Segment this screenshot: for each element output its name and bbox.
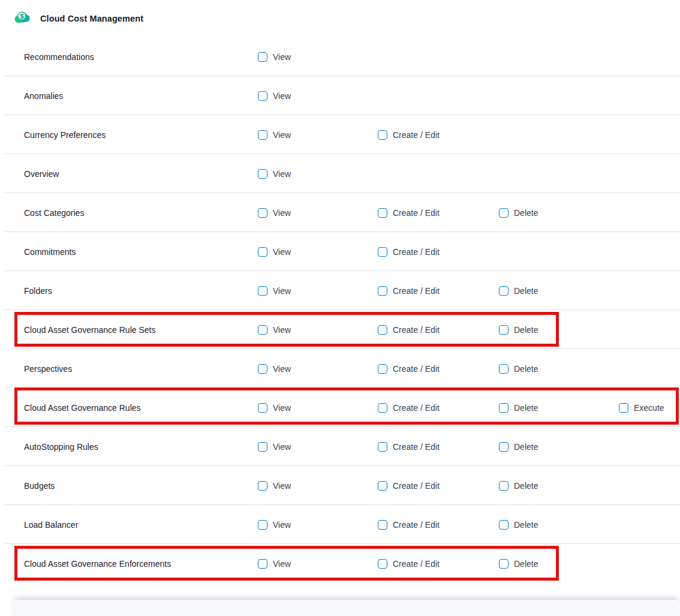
checkbox-unchecked[interactable] [499, 520, 509, 530]
permission-label[interactable]: View [273, 91, 291, 101]
permission-cell: View [258, 208, 291, 218]
permission-label[interactable]: Delete [514, 442, 538, 452]
checkbox-unchecked[interactable] [258, 52, 267, 62]
permission-row: Recommendations View [0, 37, 680, 76]
permission-cell: View [258, 91, 291, 101]
permission-label[interactable]: View [273, 442, 291, 452]
permission-label[interactable]: Delete [514, 481, 538, 491]
checkbox-unchecked[interactable] [499, 208, 509, 218]
permission-label[interactable]: Execute [634, 403, 664, 413]
checkbox-unchecked[interactable] [378, 481, 387, 491]
checkbox-unchecked[interactable] [499, 403, 509, 413]
cloud-dollar-icon: $ [13, 8, 31, 26]
checkbox-unchecked[interactable] [258, 91, 267, 101]
permission-label[interactable]: View [273, 325, 291, 335]
checkbox-unchecked[interactable] [499, 481, 509, 491]
permission-label[interactable]: Create / Edit [393, 247, 440, 257]
permission-label[interactable]: Delete [514, 559, 538, 569]
checkbox-unchecked[interactable] [378, 247, 387, 257]
permission-cell: View [258, 52, 291, 62]
permission-label[interactable]: View [273, 52, 291, 62]
resource-label: Perspectives [24, 364, 72, 374]
permission-cell: Create / Edit [378, 325, 440, 335]
permission-label[interactable]: View [273, 247, 291, 257]
permission-label[interactable]: View [273, 403, 291, 413]
permission-label[interactable]: Create / Edit [393, 286, 440, 296]
checkbox-unchecked[interactable] [378, 286, 387, 296]
permission-cell: Delete [499, 208, 538, 218]
permission-label[interactable]: Delete [514, 520, 538, 530]
permission-label[interactable]: View [273, 169, 291, 179]
next-section-bar[interactable] [12, 600, 680, 616]
checkbox-unchecked[interactable] [258, 481, 267, 491]
checkbox-unchecked[interactable] [258, 286, 267, 296]
permission-label[interactable]: Delete [514, 403, 538, 413]
checkbox-unchecked[interactable] [499, 442, 509, 452]
checkbox-unchecked[interactable] [378, 130, 387, 140]
permission-label[interactable]: Create / Edit [393, 520, 440, 530]
checkbox-unchecked[interactable] [258, 559, 267, 569]
permission-label[interactable]: Create / Edit [393, 442, 440, 452]
resource-label: Commitments [24, 247, 76, 257]
resource-label: AutoStopping Rules [24, 442, 98, 452]
permission-cell: View [258, 403, 291, 413]
permission-label[interactable]: View [273, 520, 291, 530]
permission-row: Load Balancer View Create / Edit Delete [0, 505, 680, 544]
checkbox-unchecked[interactable] [619, 403, 628, 413]
permission-cell: View [258, 520, 291, 530]
permission-label[interactable]: Delete [514, 325, 538, 335]
checkbox-unchecked[interactable] [499, 364, 509, 374]
checkbox-unchecked[interactable] [499, 559, 509, 569]
permission-label[interactable]: View [273, 286, 291, 296]
checkbox-unchecked[interactable] [258, 442, 267, 452]
permission-label[interactable]: Create / Edit [393, 325, 440, 335]
permission-cell: Delete [499, 481, 538, 491]
checkbox-unchecked[interactable] [378, 403, 387, 413]
checkbox-unchecked[interactable] [378, 208, 387, 218]
checkbox-unchecked[interactable] [378, 364, 387, 374]
permission-label[interactable]: Create / Edit [393, 481, 440, 491]
permission-label[interactable]: View [273, 130, 291, 140]
permission-label[interactable]: Delete [514, 208, 538, 218]
permission-row: Currency Preferences View Create / Edit [0, 115, 680, 154]
permission-label[interactable]: View [273, 364, 291, 374]
checkbox-unchecked[interactable] [258, 325, 267, 335]
checkbox-unchecked[interactable] [378, 325, 387, 335]
checkbox-unchecked[interactable] [258, 208, 267, 218]
checkbox-unchecked[interactable] [258, 169, 267, 179]
permission-label[interactable]: View [273, 559, 291, 569]
permission-label[interactable]: Delete [514, 364, 538, 374]
checkbox-unchecked[interactable] [258, 520, 267, 530]
permission-label[interactable]: Delete [514, 286, 538, 296]
permission-row: Folders View Create / Edit Delete [0, 271, 680, 310]
checkbox-unchecked[interactable] [378, 520, 387, 530]
permission-row: Overview View [0, 154, 680, 193]
checkbox-unchecked[interactable] [499, 286, 509, 296]
resource-label: Cost Categories [24, 208, 84, 218]
permission-row: Cost Categories View Create / Edit Delet… [0, 193, 680, 232]
checkbox-unchecked[interactable] [499, 325, 509, 335]
permission-label[interactable]: Create / Edit [393, 208, 440, 218]
permissions-page: $ Cloud Cost Management Recommendations … [0, 0, 680, 616]
checkbox-unchecked[interactable] [378, 442, 387, 452]
permission-label[interactable]: Create / Edit [393, 403, 440, 413]
checkbox-unchecked[interactable] [378, 559, 387, 569]
resource-label: Load Balancer [24, 520, 78, 530]
permission-cell: View [258, 325, 291, 335]
permission-cell: Create / Edit [378, 442, 440, 452]
checkbox-unchecked[interactable] [258, 364, 267, 374]
section-title: Cloud Cost Management [40, 14, 143, 23]
permission-row: Cloud Asset Governance Rule Sets View Cr… [0, 310, 680, 349]
checkbox-unchecked[interactable] [258, 247, 267, 257]
permission-label[interactable]: Create / Edit [393, 364, 440, 374]
permission-cell: Delete [499, 364, 538, 374]
permission-cell: Delete [499, 325, 538, 335]
permission-label[interactable]: Create / Edit [393, 130, 440, 140]
permission-label[interactable]: View [273, 208, 291, 218]
resource-label: Anomalies [24, 91, 63, 101]
permission-label[interactable]: View [273, 481, 291, 491]
checkbox-unchecked[interactable] [258, 130, 267, 140]
checkbox-unchecked[interactable] [258, 403, 267, 413]
permission-cell: View [258, 247, 291, 257]
permission-label[interactable]: Create / Edit [393, 559, 440, 569]
